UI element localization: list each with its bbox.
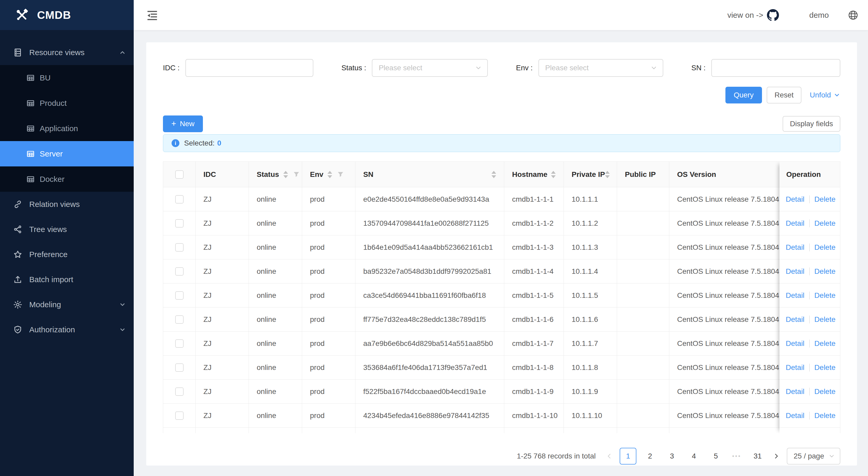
cell-sn: e0e2de4550164ffd8e8e0a5e9d93143a [355,187,504,211]
row-checkbox[interactable] [175,315,184,324]
globe-language-icon[interactable] [848,10,859,21]
select-all-checkbox[interactable] [175,170,184,179]
filter-funnel-icon[interactable] [337,171,344,178]
cell-status: online [249,380,302,404]
delete-link[interactable]: Delete [814,412,836,420]
reset-button[interactable]: Reset [767,87,801,103]
cell-env: prod [302,211,355,235]
divider [809,196,810,203]
detail-link[interactable]: Detail [786,363,805,372]
row-checkbox[interactable] [175,219,184,228]
detail-link[interactable]: Detail [786,219,805,228]
sorter-icon[interactable] [551,171,556,178]
cell-hostname: cmdb1-1-1-6 [504,307,564,331]
sidebar-item-relation-views[interactable]: Relation views [0,192,134,217]
unfold-toggle[interactable]: Unfold [810,91,840,99]
github-icon [767,9,779,21]
row-checkbox[interactable] [175,339,184,348]
page-button-2[interactable]: 2 [642,448,658,465]
sidebar-item-server[interactable]: Server [0,141,134,167]
row-checkbox[interactable] [175,412,184,420]
sidebar-item-application[interactable]: Application [0,116,134,141]
sorter-icon[interactable] [605,171,610,178]
cell-public-ip [617,307,669,331]
query-button[interactable]: Query [725,87,762,103]
cell-sn: ba95232e7a0548d3b1ddf97992025a81 [355,260,504,283]
sn-input[interactable] [711,59,840,77]
cell-env: prod [302,380,355,404]
view-on-github-link[interactable]: view on -> [727,9,779,21]
menu-fold-icon[interactable] [146,9,158,21]
operation-cell: Detail Delete [779,404,840,428]
next-page-button[interactable] [771,448,781,465]
delete-link[interactable]: Delete [814,195,836,204]
cell-hostname: cmdb1-1-1-1 [504,187,564,211]
app-logo[interactable]: CMDB [0,0,134,30]
column-header-env[interactable]: Env [302,162,355,187]
sidebar-item-bu[interactable]: BU [0,65,134,90]
delete-link[interactable]: Delete [814,315,836,324]
sidebar-item-resource-views[interactable]: Resource views [0,40,134,65]
sidebar-item-authorization[interactable]: Authorization [0,317,134,342]
idc-input[interactable] [185,59,313,77]
detail-link[interactable]: Detail [786,243,805,251]
column-header-private-ip[interactable]: Private IP [564,162,617,187]
sidebar-item-tree-views[interactable]: Tree views [0,217,134,242]
sidebar-item-modeling[interactable]: Modeling [0,292,134,317]
jump-forward-ellipsis[interactable]: ••• [729,453,744,459]
sidebar-item-docker[interactable]: Docker [0,167,134,192]
cell-private-ip: 10.1.1.7 [564,331,617,355]
delete-link[interactable]: Delete [814,339,836,348]
table-icon [26,99,35,108]
sorter-icon[interactable] [283,171,288,178]
column-header-sn[interactable]: SN [355,162,504,187]
status-select[interactable]: Please select [372,59,488,77]
table-row: ZJ online prod aa7e9b6e6bc64d829ba514a55… [163,331,840,356]
row-checkbox[interactable] [175,291,184,300]
row-checkbox[interactable] [175,363,184,372]
sidebar-item-product[interactable]: Product [0,90,134,116]
table-row: ZJ online prod 353684a6f1fe406da1713f9e3… [163,356,840,380]
sn-label: SN : [691,64,706,72]
page-button-3[interactable]: 3 [663,448,680,465]
row-checkbox[interactable] [175,387,184,396]
delete-link[interactable]: Delete [814,243,836,251]
detail-link[interactable]: Detail [786,291,805,300]
page-size-select[interactable]: 25 / page [787,448,840,465]
delete-link[interactable]: Delete [814,267,836,276]
sidebar-item-label: Modeling [29,300,119,309]
page-button-1[interactable]: 1 [620,448,637,465]
delete-link[interactable]: Delete [814,219,836,228]
delete-link[interactable]: Delete [814,387,836,396]
column-header-status[interactable]: Status [249,162,302,187]
page-button-4[interactable]: 4 [685,448,702,465]
new-button[interactable]: New [163,116,203,132]
divider [809,243,810,251]
page-button-5[interactable]: 5 [707,448,724,465]
sorter-icon[interactable] [328,171,332,178]
row-checkbox[interactable] [175,195,184,204]
sorter-icon[interactable] [491,171,496,178]
detail-link[interactable]: Detail [786,412,805,420]
delete-link[interactable]: Delete [814,291,836,300]
table-row: ZJ online prod 1b64e1e09d5a414aa4bb52366… [163,235,840,260]
sidebar-item-preference[interactable]: Preference [0,242,134,267]
prev-page-button[interactable] [604,448,615,465]
cell-sn: 1b64e1e09d5a414aa4bb523662161cb1 [355,235,504,259]
env-select[interactable]: Please select [538,59,663,77]
filter-funnel-icon[interactable] [293,171,300,178]
user-menu[interactable]: demo [809,11,829,20]
page-button-last[interactable]: 31 [749,448,766,465]
detail-link[interactable]: Detail [786,267,805,276]
detail-link[interactable]: Detail [786,387,805,396]
row-checkbox[interactable] [175,243,184,251]
delete-link[interactable]: Delete [814,363,836,372]
detail-link[interactable]: Detail [786,195,805,204]
column-header-hostname[interactable]: Hostname [504,162,564,187]
display-fields-button[interactable]: Display fields [783,116,840,132]
sidebar-item-batch-import[interactable]: Batch import [0,267,134,292]
operation-cell: Detail Delete [779,187,840,211]
detail-link[interactable]: Detail [786,315,805,324]
detail-link[interactable]: Detail [786,339,805,348]
row-checkbox[interactable] [175,267,184,276]
